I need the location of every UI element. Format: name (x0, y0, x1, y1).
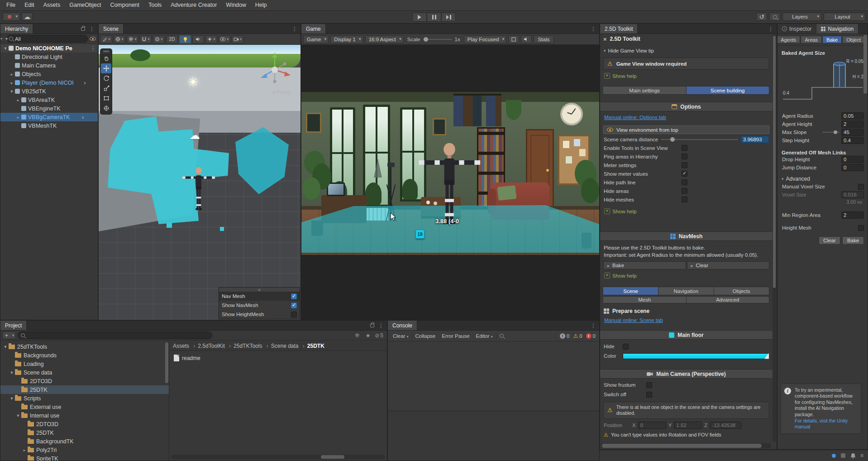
unity-manual-link[interactable]: For details, visit the Unity manual (795, 418, 848, 430)
prefab-open-chevron[interactable]: › (82, 114, 84, 120)
render-doc-dropdown[interactable] (153, 35, 165, 43)
field-slider[interactable] (822, 132, 839, 133)
draw-mode-dropdown[interactable] (100, 35, 112, 43)
position-z-field[interactable]: -13.43538 (710, 422, 741, 429)
notification-bell-icon[interactable] (850, 453, 856, 459)
camera-settings-dropdown[interactable] (232, 35, 243, 43)
favorites-star-icon[interactable]: ★ (364, 331, 372, 340)
toolkit-horizontal-scrollbar[interactable] (601, 443, 771, 448)
project-tree-row[interactable]: External use (0, 403, 169, 411)
shading-mode-dropdown[interactable] (114, 35, 125, 43)
camera-distance-value[interactable]: 3.96893 (741, 136, 769, 143)
hierarchy-row[interactable]: VBMeshTK (0, 121, 98, 130)
undo-history-button[interactable]: ↺ (756, 13, 767, 21)
version-control-dropdown[interactable] (3, 13, 20, 21)
toolkit-vertical-scrollbar[interactable] (773, 35, 776, 442)
navigation-scrollbar[interactable] (863, 35, 867, 94)
menu-item[interactable]: Adventure Creator (166, 0, 221, 10)
switch-off-checkbox[interactable] (646, 392, 652, 398)
panel-menu-icon[interactable] (765, 24, 777, 34)
bake-button[interactable]: Bake (603, 261, 686, 269)
lighting-toggle-button[interactable] (179, 35, 191, 43)
menu-item[interactable]: Window (221, 0, 250, 10)
navigation-mode-tab[interactable]: Bake (822, 36, 842, 43)
show-frustum-checkbox[interactable] (646, 382, 652, 388)
prefab-open-chevron[interactable]: › (84, 79, 86, 86)
menu-item[interactable]: Edit (20, 0, 39, 10)
scale-tool-button[interactable] (101, 83, 111, 93)
rotate-tool-button[interactable] (101, 73, 111, 83)
field-value[interactable]: 45 (841, 129, 864, 136)
checkbox[interactable] (682, 197, 687, 202)
clear-button[interactable]: Clear (687, 261, 770, 269)
toolkit-tab[interactable]: Scene building (687, 86, 770, 95)
breadcrumb-item[interactable]: Assets (173, 343, 189, 349)
tab-inspector[interactable]: iInspector (777, 24, 816, 34)
asset-file-item[interactable]: readme (174, 355, 200, 361)
breadcrumb-item[interactable]: 2.5dToolKit (198, 343, 224, 349)
file-pane-scrollbar[interactable] (171, 455, 385, 459)
waypoint-cube[interactable]: 19 (415, 230, 424, 239)
hierarchy-row[interactable]: Main Camera (0, 61, 98, 70)
min-region-field[interactable]: 2 (841, 211, 864, 219)
effects-toggle-dropdown[interactable] (205, 35, 217, 43)
project-tree-row[interactable]: Backgrounds (0, 351, 169, 360)
position-y-field[interactable]: 1.52 (674, 422, 702, 429)
project-tree-row[interactable]: BackgroundTK (0, 437, 169, 446)
panel-menu-icon[interactable] (587, 321, 599, 330)
hand-tool-button[interactable] (101, 53, 111, 63)
hierarchy-row[interactable]: ▸ VBAreaTK (0, 96, 98, 104)
project-tree-row[interactable]: SpriteTK (0, 454, 169, 461)
field-value[interactable]: 0 (841, 156, 864, 163)
manual-voxel-checkbox[interactable] (858, 184, 864, 190)
hide-checkbox[interactable] (623, 344, 629, 350)
navigation-mode-tab[interactable]: Agents (777, 36, 800, 43)
layers-dropdown[interactable]: Layers (782, 13, 821, 21)
lock-icon[interactable] (81, 27, 85, 31)
position-x-field[interactable]: 0 (638, 422, 666, 429)
voxel-size-field[interactable]: 0.016 (841, 191, 864, 198)
breadcrumb-item[interactable]: 25DTK (307, 343, 324, 349)
activity-indicator-icon[interactable] (832, 454, 836, 458)
field-value[interactable]: 0.05 (841, 112, 864, 120)
scene-viewport[interactable]: ☀ ☁ (99, 45, 300, 320)
toolkit-tab[interactable]: Scene (603, 287, 658, 295)
breadcrumb-item[interactable]: Scene data (271, 343, 299, 349)
scale-slider[interactable] (423, 39, 452, 40)
cloud-services-button[interactable]: ☁ (22, 13, 33, 21)
expand-arrow[interactable]: ▼ (2, 46, 9, 51)
transform-tool-button[interactable] (101, 103, 111, 113)
project-tree-row[interactable]: ▸ Poly2Tri (0, 446, 169, 454)
2d-toggle-button[interactable]: 2D (166, 35, 178, 43)
hidden-count-badge[interactable]: ⊘5 (375, 332, 383, 339)
menu-item[interactable]: Help (251, 0, 272, 10)
drag-handle-icon[interactable] (103, 51, 109, 52)
rect-tool-button[interactable] (101, 93, 111, 103)
warning-count-badge[interactable]: ⚠0 (571, 333, 584, 339)
hierarchy-row[interactable]: ▼ VB25dTK (0, 87, 98, 96)
project-tree-row[interactable]: 2DTO3D (0, 377, 169, 385)
hide-tip-foldout[interactable]: Hide Game View tip (600, 47, 773, 54)
panel-menu-icon[interactable] (289, 24, 300, 34)
height-mesh-checkbox[interactable] (858, 225, 864, 231)
checkbox[interactable] (682, 162, 687, 168)
toolkit-tab[interactable]: Main settings (603, 86, 687, 95)
field-value[interactable]: 2 (841, 120, 864, 128)
project-tree-row[interactable]: 25DTK (0, 428, 169, 437)
field-value[interactable]: 0 (841, 164, 864, 171)
move-tool-button[interactable] (101, 63, 111, 73)
maximize-button[interactable] (508, 35, 519, 43)
panel-menu-icon[interactable] (375, 321, 387, 330)
checkbox[interactable] (682, 154, 687, 159)
panel-menu-icon[interactable] (587, 24, 599, 34)
expand-arrow[interactable]: ▸ (15, 115, 21, 120)
menu-item[interactable]: Component (105, 0, 144, 10)
create-object-button[interactable] (2, 35, 4, 43)
scene-visibility-dropdown[interactable] (219, 35, 230, 43)
hierarchy-row[interactable]: ▸ Player (Demo NICOI › (0, 78, 98, 87)
search-by-type-icon[interactable] (353, 331, 361, 340)
toolkit-tab[interactable]: Mesh (603, 296, 687, 303)
navmesh-bake-button[interactable]: Bake (842, 236, 864, 245)
step-button[interactable] (441, 13, 456, 22)
search-button[interactable] (769, 13, 780, 21)
